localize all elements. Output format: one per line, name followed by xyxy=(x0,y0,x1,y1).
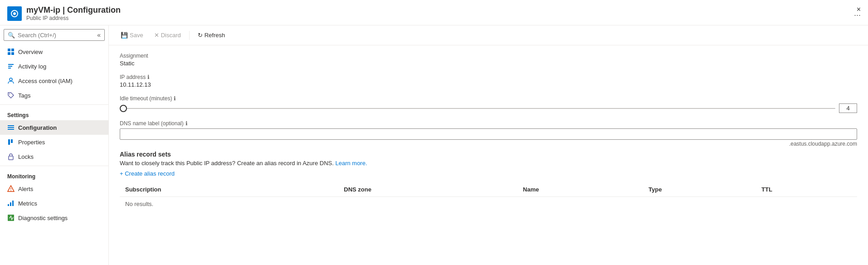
toolbar-divider xyxy=(189,31,190,40)
ip-address-label: IP address ℹ xyxy=(120,74,857,80)
svg-rect-17 xyxy=(11,188,11,190)
dns-input-container: .eastus.cloudapp.azure.com xyxy=(120,128,857,140)
sidebar: 🔍 « Overview Activity log Access control… xyxy=(0,25,109,265)
refresh-button[interactable]: ↻ Refresh xyxy=(193,29,230,41)
ip-address-value: 10.11.12.13 xyxy=(120,81,857,88)
save-button[interactable]: 💾 Save xyxy=(116,29,148,41)
create-alias-record-link[interactable]: + Create alias record xyxy=(120,170,175,177)
save-label: Save xyxy=(130,32,143,39)
col-name: Name xyxy=(517,182,643,197)
activity-log-icon xyxy=(7,63,15,70)
svg-rect-2 xyxy=(8,49,10,51)
page-header: myVM-ip | Configuration Public IP addres… xyxy=(0,0,868,25)
form-content: Assignment Static IP address ℹ 10.11.12.… xyxy=(109,45,868,218)
content-area: 💾 Save ✕ Discard ↻ Refresh Assignment St… xyxy=(109,25,868,265)
ip-address-info-icon[interactable]: ℹ xyxy=(147,74,150,80)
svg-point-1 xyxy=(13,12,16,15)
col-dns-zone: DNS zone xyxy=(338,182,517,197)
resource-icon xyxy=(7,6,22,21)
discard-icon: ✕ xyxy=(154,32,159,39)
idle-timeout-info-icon[interactable]: ℹ xyxy=(174,95,176,102)
properties-icon xyxy=(7,138,15,146)
sidebar-item-metrics-label: Metrics xyxy=(18,200,37,207)
sidebar-item-metrics[interactable]: Metrics xyxy=(0,196,108,211)
locks-icon xyxy=(7,153,15,160)
header-title-block: myVM-ip | Configuration Public IP addres… xyxy=(26,5,850,21)
svg-point-10 xyxy=(9,93,10,94)
close-button[interactable]: × xyxy=(857,5,861,14)
alias-table-body: No results. xyxy=(120,197,857,211)
configuration-icon xyxy=(7,124,15,131)
svg-rect-15 xyxy=(11,139,13,143)
dns-info-icon[interactable]: ℹ xyxy=(185,120,188,127)
svg-rect-13 xyxy=(8,129,14,130)
dns-suffix: .eastus.cloudapp.azure.com xyxy=(789,141,857,147)
sidebar-item-access-control-label: Access control (IAM) xyxy=(18,78,73,84)
svg-rect-8 xyxy=(8,68,11,69)
svg-rect-7 xyxy=(8,66,12,67)
collapse-button[interactable]: « xyxy=(97,31,101,39)
svg-rect-5 xyxy=(11,52,14,55)
no-results-label: No results. xyxy=(120,197,857,211)
sidebar-item-properties-label: Properties xyxy=(18,139,45,146)
sidebar-item-configuration-label: Configuration xyxy=(18,124,57,131)
monitoring-section-header: Monitoring xyxy=(0,168,108,182)
discard-label: Discard xyxy=(161,32,181,39)
svg-rect-3 xyxy=(11,49,14,51)
no-results-row: No results. xyxy=(120,197,857,211)
search-icon: 🔍 xyxy=(8,32,15,39)
sidebar-item-properties[interactable]: Properties xyxy=(0,135,108,149)
sidebar-item-overview[interactable]: Overview xyxy=(0,44,108,59)
col-subscription: Subscription xyxy=(120,182,338,197)
metrics-icon xyxy=(7,200,15,207)
sidebar-item-access-control[interactable]: Access control (IAM) xyxy=(0,74,108,88)
alias-record-sets-section: Alias record sets Want to closely track … xyxy=(120,151,857,211)
sidebar-item-tags[interactable]: Tags xyxy=(0,88,108,103)
search-input[interactable] xyxy=(18,32,97,39)
svg-rect-14 xyxy=(8,139,10,145)
dns-name-field: DNS name label (optional) ℹ .eastus.clou… xyxy=(120,120,857,140)
settings-section-header: Settings xyxy=(0,107,108,120)
sidebar-item-locks-label: Locks xyxy=(18,153,34,160)
sidebar-item-diagnostic[interactable]: Diagnostic settings xyxy=(0,211,108,225)
idle-timeout-slider-container: 4 xyxy=(120,103,857,113)
sidebar-item-tags-label: Tags xyxy=(18,92,30,99)
page-subtitle: Public IP address xyxy=(26,15,850,21)
svg-rect-16 xyxy=(9,156,13,160)
sidebar-item-diagnostic-label: Diagnostic settings xyxy=(18,215,68,221)
dns-name-label: DNS name label (optional) ℹ xyxy=(120,120,857,127)
sidebar-divider-1 xyxy=(0,104,108,105)
svg-rect-21 xyxy=(12,201,14,206)
toolbar: 💾 Save ✕ Discard ↻ Refresh xyxy=(109,25,868,45)
sidebar-item-activity-log[interactable]: Activity log xyxy=(0,59,108,74)
col-ttl: TTL xyxy=(756,182,857,197)
idle-timeout-slider[interactable] xyxy=(120,108,835,109)
svg-rect-6 xyxy=(8,64,14,65)
discard-button[interactable]: ✕ Discard xyxy=(150,29,185,41)
svg-point-9 xyxy=(10,78,12,81)
refresh-label: Refresh xyxy=(205,32,225,39)
alias-table: Subscription DNS zone Name Type TTL No r… xyxy=(120,182,857,211)
assignment-label: Assignment xyxy=(120,53,857,59)
idle-timeout-field: Idle timeout (minutes) ℹ 4 xyxy=(120,95,857,113)
svg-rect-19 xyxy=(8,204,9,206)
diagnostic-icon xyxy=(7,214,15,221)
alias-desc: Want to closely track this Public IP add… xyxy=(120,160,857,167)
alerts-icon xyxy=(7,185,15,192)
sidebar-item-locks[interactable]: Locks xyxy=(0,149,108,164)
svg-rect-4 xyxy=(8,52,10,55)
dns-name-input[interactable] xyxy=(120,128,857,140)
learn-more-link[interactable]: Learn more. xyxy=(335,160,367,167)
sidebar-item-alerts-label: Alerts xyxy=(18,186,33,192)
search-bar[interactable]: 🔍 « xyxy=(4,29,105,41)
tags-icon xyxy=(7,92,15,99)
alias-title: Alias record sets xyxy=(120,151,857,158)
svg-point-18 xyxy=(10,190,11,191)
sidebar-item-activity-log-label: Activity log xyxy=(18,63,46,70)
save-icon: 💾 xyxy=(121,32,128,39)
sidebar-item-configuration[interactable]: Configuration xyxy=(0,120,108,135)
sidebar-divider-2 xyxy=(0,166,108,166)
svg-rect-20 xyxy=(10,202,11,206)
idle-timeout-value: 4 xyxy=(839,103,857,113)
sidebar-item-alerts[interactable]: Alerts xyxy=(0,182,108,196)
